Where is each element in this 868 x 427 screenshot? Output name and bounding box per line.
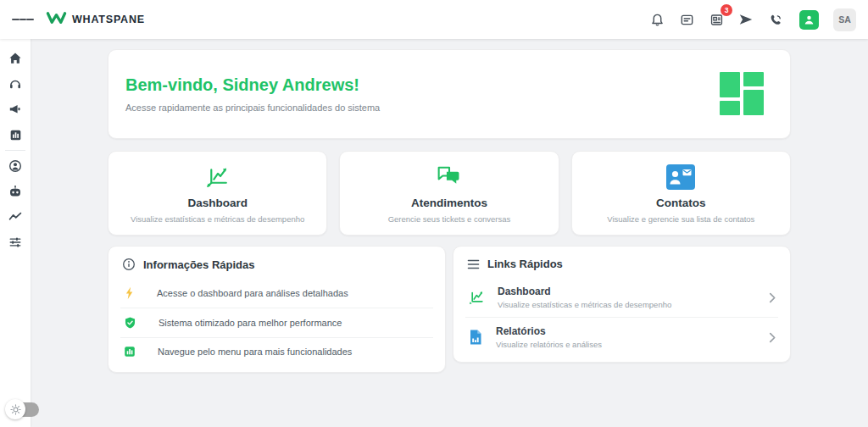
shield-check-icon [124,316,136,330]
home-icon [8,52,22,65]
sun-icon [5,399,25,419]
brand: WHATSPANE [46,11,145,28]
welcome-subtitle: Acesse rapidamente as principais funcion… [125,103,380,113]
info-text: Sistema otimizado para melhor performanc… [159,318,342,328]
bolt-icon [124,286,135,300]
contact-card-icon [666,164,695,191]
bell-icon[interactable] [646,8,668,30]
sidebar-item-contatos[interactable] [3,153,28,179]
list-icon [467,259,480,269]
link-texts: Dashboard Visualize estatísticas e métri… [498,286,769,309]
sidebar-item-chatbot[interactable] [3,179,28,204]
sidebar-item-configuracoes[interactable] [3,230,28,255]
user-connect-button[interactable] [799,10,819,30]
card-subtitle: Visualize estatísticas e métricas de des… [131,214,304,224]
phone-icon[interactable] [765,8,787,30]
chevron-right-icon [769,292,776,303]
report-icon [467,329,484,346]
card-subtitle: Visualize e gerencie sua lista de contat… [607,214,754,224]
link-subtitle: Visualize estatísticas e métricas de des… [498,300,769,309]
sidebar [0,39,31,427]
trend-icon [8,210,22,224]
avatar[interactable]: SA [833,8,856,31]
topbar-actions: 3 SA [646,8,856,31]
bar-chart-icon [9,129,22,141]
welcome-title: Bem-vindo, Sidney Andrews! [125,75,380,95]
robot-icon [8,185,22,198]
top-bar: WHATSPANE 3 [0,0,868,39]
welcome-card: Bem-vindo, Sidney Andrews! Acesse rapida… [108,49,791,139]
line-chart-icon [203,164,231,191]
link-texts: Relatórios Visualize relatórios e anális… [496,325,769,349]
sidebar-item-atendimentos[interactable] [3,71,28,97]
info-text: Navegue pelo menu para mais funcionalida… [158,347,352,357]
card-subtitle: Gerencie seus tickets e conversas [388,214,511,224]
card-title: Dashboard [187,197,248,209]
theme-toggle[interactable] [5,399,41,419]
sidebar-divider [5,150,25,151]
dashboard-grid-icon [720,72,765,116]
megaphone-icon [8,103,22,116]
panel-title: Links Rápidos [487,258,563,270]
campaigns-icon[interactable]: 3 [705,8,727,30]
bar-chart-icon [124,346,136,358]
agent-icon [8,159,22,173]
sliders-icon [8,236,22,249]
info-item: Navegue pelo menu para mais funcionalida… [108,338,445,365]
notification-badge: 3 [721,4,732,16]
quick-info-panel: Informações Rápidas Acesse o dashboard p… [108,246,446,373]
headset-icon [8,77,22,91]
quick-link-dashboard[interactable]: Dashboard Visualize estatísticas e métri… [453,278,790,317]
send-icon[interactable] [735,8,757,30]
sidebar-item-metricas[interactable] [3,204,28,230]
brand-name: WHATSPANE [72,14,145,25]
bottom-panels: Informações Rápidas Acesse o dashboard p… [108,246,791,373]
card-atendimentos[interactable]: Atendimentos Gerencie seus tickets e con… [339,151,559,236]
welcome-texts: Bem-vindo, Sidney Andrews! Acesse rapida… [125,75,380,113]
quick-link-relatorios[interactable]: Relatórios Visualize relatórios e anális… [453,318,790,357]
quick-cards-row: Dashboard Visualize estatísticas e métri… [108,151,791,236]
forum-icon [435,164,463,191]
card-title: Atendimentos [411,197,487,209]
menu-icon[interactable] [12,8,34,30]
info-item: Sistema otimizado para melhor performanc… [108,308,445,337]
info-icon [122,258,136,271]
line-chart-icon [467,288,486,307]
quick-links-panel: Links Rápidos Dashboard Visualize estatí… [453,246,791,363]
chevron-right-icon [769,332,776,343]
link-subtitle: Visualize relatórios e análises [496,340,769,349]
link-title: Dashboard [498,286,769,297]
card-title: Contatos [656,197,706,209]
card-contatos[interactable]: Contatos Visualize e gerencie sua lista … [571,151,791,236]
sidebar-item-relatorios[interactable] [3,122,28,147]
info-item: Acesse o dashboard para análises detalha… [108,279,445,308]
quick-links-header: Links Rápidos [453,247,790,278]
info-text: Acesse o dashboard para análises detalha… [157,288,348,298]
sidebar-item-campanhas[interactable] [3,97,28,122]
main-area: Bem-vindo, Sidney Andrews! Acesse rapida… [31,39,868,427]
sidebar-item-home[interactable] [3,46,28,71]
panel-title: Informações Rápidas [143,258,255,271]
link-title: Relatórios [496,325,769,337]
logo-icon [46,11,67,28]
card-dashboard[interactable]: Dashboard Visualize estatísticas e métri… [108,151,327,236]
user-connect-icon [804,14,815,25]
chat-icon[interactable] [676,8,698,30]
quick-info-header: Informações Rápidas [108,247,445,279]
